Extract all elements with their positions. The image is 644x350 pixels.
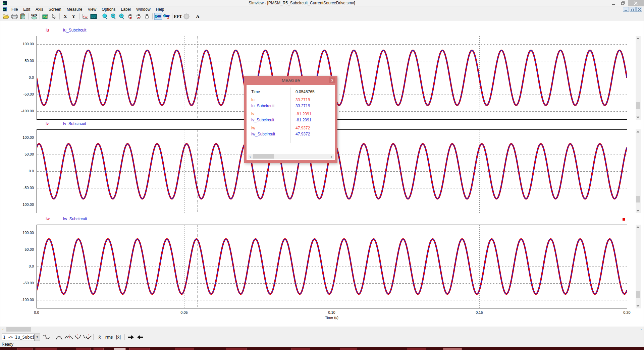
scroll-right-icon[interactable]: ›: [329, 154, 334, 159]
minimize-button[interactable]: [608, 0, 618, 6]
measure-dialog[interactable]: Measure x Time0.0545765Iu33.2719Iu_Subci…: [244, 76, 337, 163]
scrollbar-thumb[interactable]: [6, 327, 31, 332]
plot-vscrollbar[interactable]: [636, 129, 641, 213]
scroll-down-icon[interactable]: [637, 304, 639, 307]
taskbar-segment[interactable]: [291, 348, 310, 350]
taskbar-segment[interactable]: [76, 348, 91, 350]
taskbar-segment[interactable]: [94, 348, 104, 350]
scroll-down-icon[interactable]: [637, 115, 639, 118]
waveform-screen[interactable]: IuIu_Subcircuit100.0050.000.0-50.00-100.…: [0, 20, 644, 327]
menu-item-screen[interactable]: Screen: [46, 7, 64, 12]
scroll-left-icon[interactable]: ‹: [248, 154, 253, 159]
measure-delta-icon[interactable]: A: [163, 13, 170, 20]
y-axis-settings-icon[interactable]: Y: [70, 13, 77, 20]
taskbar-segment[interactable]: [226, 348, 247, 350]
scrollbar-thumb[interactable]: [636, 102, 640, 109]
menu-item-measure[interactable]: Measure: [64, 7, 85, 12]
rms-icon[interactable]: rms: [105, 333, 113, 341]
toolbar-separator: [192, 13, 192, 19]
zoom-in-icon[interactable]: [109, 13, 117, 20]
pan-icon[interactable]: [143, 13, 151, 20]
scroll-left-icon[interactable]: ‹: [0, 327, 6, 332]
pan-y-icon[interactable]: [135, 13, 142, 20]
close-button[interactable]: [628, 0, 644, 6]
taskbar-segment[interactable]: [443, 348, 462, 350]
child-close-button[interactable]: [636, 7, 642, 12]
paste-icon[interactable]: [19, 13, 26, 20]
scroll-up-icon[interactable]: [637, 131, 639, 134]
mean-icon[interactable]: x̄: [95, 333, 104, 341]
toolbar-separator: [124, 334, 125, 340]
next-min-icon[interactable]: [83, 333, 92, 341]
taskbar-segment[interactable]: [17, 348, 33, 350]
menu-item-file[interactable]: File: [9, 7, 20, 12]
add-curve-icon[interactable]: [81, 13, 89, 20]
menu-item-view[interactable]: View: [85, 7, 99, 12]
legend-label-iw[interactable]: Iw: [46, 217, 50, 221]
add-text-icon[interactable]: A: [194, 13, 202, 20]
measure-dialog-close-icon[interactable]: x: [329, 77, 335, 83]
taskbar-segment[interactable]: [340, 348, 357, 350]
taskbar-segment[interactable]: [36, 348, 57, 350]
plot-vscrollbar[interactable]: [636, 225, 641, 308]
scroll-up-icon[interactable]: [637, 226, 639, 229]
legend-label-iu[interactable]: Iu: [46, 28, 49, 33]
measure-dialog-hscrollbar[interactable]: ‹ ›: [248, 154, 334, 159]
scroll-up-icon[interactable]: [637, 38, 639, 40]
print-icon[interactable]: [10, 13, 18, 20]
global-max-icon[interactable]: [55, 333, 63, 341]
taskbar-segment[interactable]: [175, 348, 194, 350]
legend-label-iv[interactable]: Iv: [46, 121, 49, 126]
menu-item-help[interactable]: Help: [153, 7, 167, 12]
global-min-icon[interactable]: [73, 333, 82, 341]
child-minimize-button[interactable]: [623, 7, 629, 12]
measure-row-value: 47.9372: [290, 132, 310, 136]
taskbar-segment[interactable]: [407, 348, 426, 350]
wave-cursor-icon[interactable]: [42, 333, 51, 341]
add-screen-icon[interactable]: [90, 13, 97, 20]
plot-vscrollbar[interactable]: [636, 36, 641, 120]
next-point-left-icon[interactable]: [136, 333, 145, 341]
measure-dialog-title[interactable]: Measure: [244, 76, 337, 85]
zoom-icon[interactable]: [101, 13, 109, 20]
next-point-right-icon[interactable]: [126, 333, 135, 341]
child-restore-button[interactable]: [630, 7, 636, 12]
zoom-out-icon[interactable]: [118, 13, 125, 20]
view-data-icon[interactable]: DATA: [30, 13, 38, 20]
taskbar-segment[interactable]: [114, 348, 126, 350]
measure-row-value: -81.2091: [290, 112, 311, 116]
legend-label-iw_subcircuit[interactable]: Iw_Subcircuit: [63, 217, 87, 221]
pan-x-icon[interactable]: [126, 13, 134, 20]
plot-3[interactable]: [37, 225, 627, 308]
taskbar-segment[interactable]: [129, 348, 150, 350]
legend-label-iu_subcircuit[interactable]: Iu_Subcircuit: [63, 28, 86, 33]
trace-selector[interactable]: 1 -> Iu_Subci ▼: [2, 334, 40, 341]
menu-item-label[interactable]: Label: [118, 7, 133, 12]
measure-cursor-icon[interactable]: [154, 13, 162, 20]
scrollbar-thumb[interactable]: [636, 196, 640, 202]
open-file-icon[interactable]: [2, 13, 10, 20]
legend-label-iv_subcircuit[interactable]: Iv_Subcircuit: [63, 121, 86, 126]
scroll-down-icon[interactable]: [637, 209, 639, 212]
menu-item-edit[interactable]: Edit: [20, 7, 33, 12]
restore-button[interactable]: [618, 0, 628, 6]
menu-item-window[interactable]: Window: [133, 7, 153, 12]
scrollbar-thumb[interactable]: [636, 291, 640, 298]
scroll-right-icon[interactable]: ›: [638, 327, 644, 332]
fft-icon[interactable]: FFT: [174, 13, 182, 20]
select-pointer-icon[interactable]: [50, 13, 58, 20]
x-axis-settings-icon[interactable]: X: [61, 13, 69, 20]
scrollbar-thumb[interactable]: [253, 154, 274, 159]
taskbar-strip[interactable]: [0, 347, 644, 350]
abs-mean-icon[interactable]: |x̄|: [114, 333, 123, 341]
combo-dropdown-icon[interactable]: ▼: [34, 334, 40, 341]
next-max-icon[interactable]: [64, 333, 73, 341]
simview-window: Simview - [PMSM_R5_Subcircuit_CurrentSou…: [0, 0, 644, 350]
edit-plot-icon[interactable]: [42, 13, 49, 20]
svg-text:DATA: DATA: [31, 14, 37, 16]
menu-item-options[interactable]: Options: [99, 7, 118, 12]
document-icon[interactable]: [3, 7, 7, 11]
main-toolbar: DATA X Y: [0, 12, 644, 20]
menu-item-axis[interactable]: Axis: [33, 7, 46, 12]
main-hscrollbar[interactable]: ‹ ›: [0, 327, 644, 332]
